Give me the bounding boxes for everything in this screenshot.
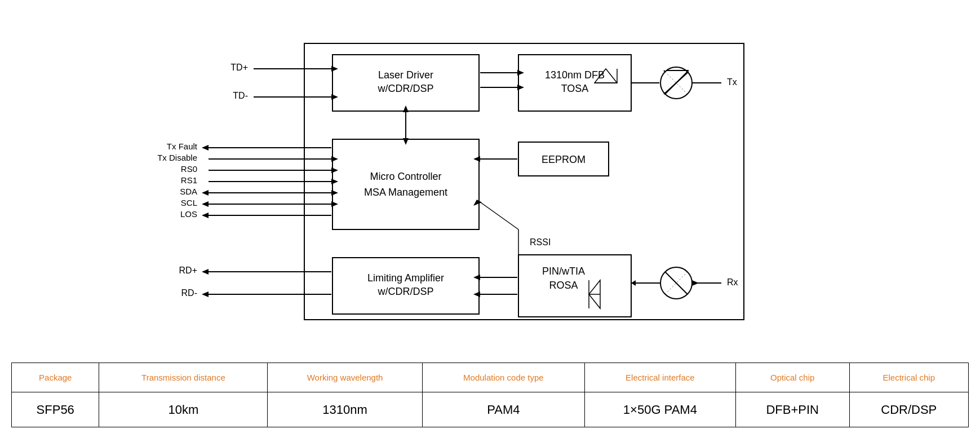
- svg-marker-64: [473, 200, 482, 206]
- col-header-electrical: Electrical interface: [584, 363, 735, 392]
- col-header-modulation: Modulation code type: [422, 363, 584, 392]
- val-optical-chip: DFB+PIN: [735, 392, 849, 427]
- svg-text:RD-: RD-: [181, 288, 197, 298]
- svg-marker-69: [473, 291, 480, 297]
- svg-marker-33: [517, 85, 524, 90]
- table-header-row: Package Transmission distance Working wa…: [12, 363, 969, 392]
- svg-marker-44: [331, 167, 338, 173]
- svg-marker-36: [403, 138, 409, 145]
- svg-marker-28: [331, 94, 338, 100]
- svg-marker-54: [202, 201, 209, 207]
- svg-text:RS1: RS1: [180, 175, 197, 185]
- main-container: Laser Driver w/CDR/DSP 1310nm DFB TOSA M…: [0, 0, 980, 433]
- svg-marker-74: [202, 291, 209, 297]
- svg-text:Tx Fault: Tx Fault: [166, 142, 197, 151]
- svg-marker-58: [202, 213, 209, 218]
- svg-text:w/CDR/DSP: w/CDR/DSP: [377, 286, 433, 297]
- svg-text:SCL: SCL: [180, 198, 197, 207]
- svg-marker-47: [331, 179, 338, 184]
- svg-text:TOSA: TOSA: [561, 83, 588, 94]
- svg-text:Limiting Amplifier: Limiting Amplifier: [367, 272, 444, 284]
- val-package: SFP56: [12, 392, 99, 427]
- block-diagram: Laser Driver w/CDR/DSP 1310nm DFB TOSA M…: [124, 35, 857, 334]
- spec-table: Package Transmission distance Working wa…: [11, 363, 969, 427]
- col-header-wavelength: Working wavelength: [268, 363, 422, 392]
- val-electrical: 1×50G PAM4: [584, 392, 735, 427]
- table-data-row: SFP56 10km 1310nm PAM4 1×50G PAM4 DFB+PI…: [12, 392, 969, 427]
- svg-marker-61: [473, 156, 480, 162]
- svg-text:RD+: RD+: [179, 266, 197, 275]
- svg-marker-71: [202, 269, 209, 275]
- svg-text:LOS: LOS: [180, 209, 197, 219]
- svg-text:SDA: SDA: [180, 187, 197, 196]
- svg-text:ROSA: ROSA: [549, 280, 578, 291]
- diagram-area: Laser Driver w/CDR/DSP 1310nm DFB TOSA M…: [11, 6, 969, 363]
- col-header-package: Package: [12, 363, 99, 392]
- svg-text:1310nm DFB: 1310nm DFB: [544, 69, 604, 81]
- col-header-transmission: Transmission distance: [99, 363, 268, 392]
- svg-text:Rx: Rx: [727, 277, 738, 287]
- svg-marker-35: [403, 105, 409, 112]
- svg-marker-51: [331, 190, 338, 196]
- svg-text:Micro Controller: Micro Controller: [370, 171, 441, 182]
- svg-text:PIN/wTIA: PIN/wTIA: [542, 266, 584, 277]
- svg-text:w/CDR/DSP: w/CDR/DSP: [377, 83, 433, 94]
- svg-marker-38: [202, 145, 209, 151]
- svg-text:EEPROM: EEPROM: [541, 154, 585, 165]
- svg-marker-31: [517, 70, 524, 76]
- val-electrical-chip: CDR/DSP: [849, 392, 968, 427]
- svg-marker-50: [202, 190, 209, 196]
- svg-rect-10: [332, 139, 479, 229]
- svg-text:TD-: TD-: [233, 91, 248, 100]
- svg-line-62: [479, 201, 518, 229]
- svg-text:Laser Driver: Laser Driver: [378, 69, 433, 81]
- svg-marker-67: [473, 275, 480, 280]
- svg-text:MSA Management: MSA Management: [363, 187, 447, 198]
- val-modulation: PAM4: [422, 392, 584, 427]
- svg-marker-41: [331, 156, 338, 162]
- svg-marker-25: [331, 66, 338, 72]
- svg-marker-55: [331, 201, 338, 207]
- svg-text:TD+: TD+: [230, 63, 248, 72]
- val-wavelength: 1310nm: [268, 392, 422, 427]
- svg-text:Tx Disable: Tx Disable: [157, 153, 197, 162]
- col-header-electrical-chip: Electrical chip: [849, 363, 968, 392]
- col-header-optical-chip: Optical chip: [735, 363, 849, 392]
- svg-text:RS0: RS0: [180, 164, 197, 174]
- svg-line-80: [664, 70, 665, 72]
- val-transmission: 10km: [99, 392, 268, 427]
- svg-text:RSSI: RSSI: [530, 237, 551, 247]
- svg-text:Tx: Tx: [727, 77, 737, 87]
